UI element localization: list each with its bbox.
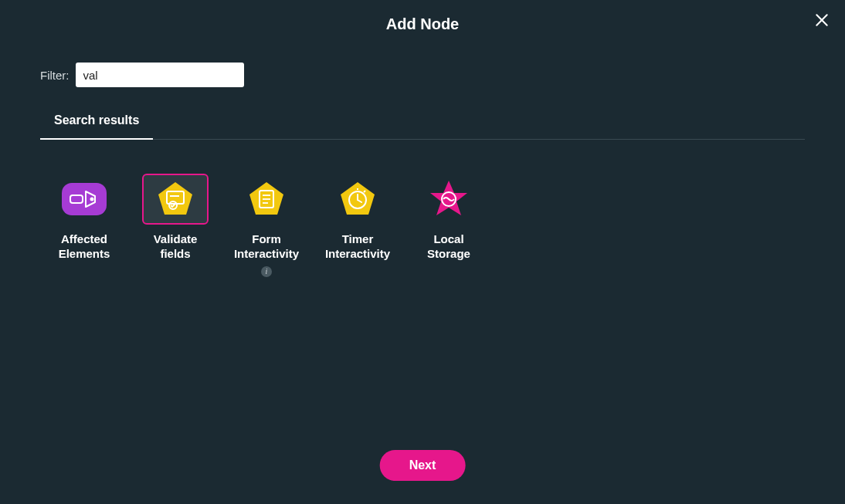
node-timer-interactivity[interactable]: Timer Interactivity	[323, 174, 392, 277]
node-affected-elements[interactable]: Affected Elements	[49, 174, 119, 277]
next-button[interactable]: Next	[380, 450, 466, 481]
local-storage-icon	[428, 179, 470, 219]
node-icon-box	[416, 174, 482, 225]
svg-rect-2	[70, 195, 83, 203]
close-button[interactable]	[811, 9, 833, 31]
filter-label: Filter:	[40, 69, 70, 82]
svg-marker-4	[158, 182, 192, 215]
tab-search-results[interactable]: Search results	[40, 113, 153, 140]
node-label: Form Interactivity	[232, 232, 301, 262]
node-label: Local Storage	[414, 232, 484, 262]
svg-point-3	[90, 198, 94, 201]
node-icon-box	[324, 174, 391, 225]
node-validate-fields[interactable]: Validate fields	[141, 174, 210, 277]
tabs: Search results	[40, 113, 805, 140]
svg-marker-19	[430, 181, 467, 215]
timer-interactivity-icon	[338, 181, 377, 218]
node-label: Timer Interactivity	[323, 232, 392, 262]
node-label: Affected Elements	[49, 232, 119, 262]
node-icon-box	[142, 174, 209, 225]
node-label: Validate fields	[141, 232, 210, 262]
node-local-storage[interactable]: Local Storage	[414, 174, 484, 277]
node-form-interactivity[interactable]: Form Interactivity i	[232, 174, 301, 277]
node-icon-box	[51, 174, 117, 225]
node-icon-box	[233, 174, 300, 225]
svg-line-16	[364, 191, 365, 192]
modal-title: Add Node	[0, 15, 845, 33]
nodes-grid: Affected Elements Validate fields	[49, 174, 845, 277]
filter-input[interactable]	[76, 63, 244, 87]
info-icon[interactable]: i	[261, 266, 272, 277]
affected-elements-icon	[62, 183, 107, 215]
svg-marker-8	[249, 182, 283, 215]
close-icon	[814, 12, 830, 28]
form-interactivity-icon	[247, 181, 286, 218]
validate-fields-icon	[156, 181, 195, 218]
